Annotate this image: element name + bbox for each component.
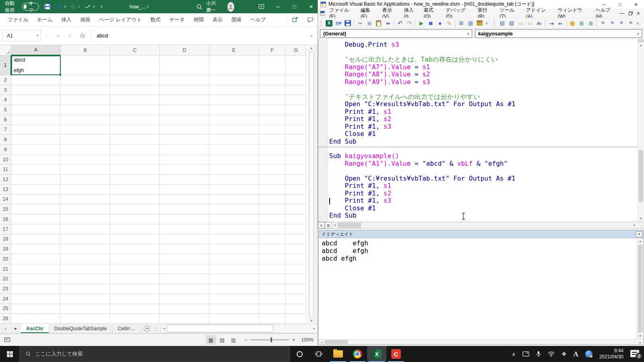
cell-C24[interactable] — [110, 294, 160, 304]
excel-view-icon[interactable]: X — [326, 20, 332, 27]
display-connect-icon[interactable] — [522, 351, 529, 357]
cell-E11[interactable] — [209, 165, 259, 175]
cell-C13[interactable] — [110, 185, 160, 195]
cell-A6[interactable] — [11, 115, 61, 125]
toolbar-overflow-icon[interactable]: » — [483, 21, 491, 26]
ribbon-tab-9[interactable]: 開発 — [227, 13, 246, 27]
cell-B8[interactable] — [61, 135, 110, 145]
cell-F15[interactable] — [259, 204, 286, 214]
code-line-10[interactable]: Print #1, s2 — [329, 115, 637, 123]
cell-A5[interactable] — [11, 105, 61, 115]
ribbon-tab-4[interactable]: ページ レイアウト — [95, 13, 146, 27]
toolbar-grip[interactable] — [321, 20, 323, 27]
code-line-19[interactable]: Print #1, s1 — [329, 182, 637, 190]
row-header-16[interactable]: 16 — [0, 214, 11, 224]
select-all-corner[interactable] — [0, 45, 11, 56]
code-line-5[interactable]: Range("A9").Value = s3 — [329, 78, 637, 86]
cell-B15[interactable] — [61, 204, 110, 214]
close-button[interactable]: × — [305, 3, 318, 10]
immediate-content[interactable]: abcd efghabcd efghabcd efgh — [319, 238, 637, 339]
cell-B22[interactable] — [61, 274, 110, 284]
cell-B12[interactable] — [61, 175, 110, 185]
row-header-8[interactable]: 8 — [0, 135, 11, 145]
toolbar-overflow-2-icon[interactable]: » — [634, 21, 642, 26]
code-line-1[interactable] — [329, 49, 637, 56]
cell-A9[interactable] — [11, 145, 61, 155]
scroll-left-icon[interactable]: ◂ — [332, 222, 338, 228]
cell-D23[interactable] — [160, 284, 209, 294]
properties-window-icon[interactable]: ▤ — [466, 19, 475, 27]
cell-G5[interactable] — [286, 105, 306, 115]
tray-expand-icon[interactable]: ∧ — [512, 351, 516, 357]
cell-E13[interactable] — [209, 185, 259, 195]
code-line-7[interactable]: 'テキストファイルへの出力では分かりやすい — [329, 93, 637, 101]
cell-A19[interactable] — [11, 244, 61, 254]
cell-D17[interactable] — [160, 224, 209, 234]
cell-E18[interactable] — [209, 234, 259, 245]
cell-F3[interactable] — [259, 85, 286, 95]
cell-C2[interactable] — [110, 75, 160, 85]
scrollbar-track[interactable] — [361, 222, 632, 228]
scrollbar-thumb[interactable] — [310, 51, 314, 317]
cell-B3[interactable] — [61, 85, 110, 95]
previous-bookmark-icon[interactable]: ⚑ — [617, 19, 626, 27]
cell-G14[interactable] — [286, 195, 306, 205]
cell-A12[interactable] — [11, 175, 61, 185]
zoom-slider-thumb[interactable] — [270, 337, 272, 342]
row-header-6[interactable]: 6 — [0, 115, 11, 125]
cell-A1[interactable]: abcdefgh — [11, 56, 61, 75]
cell-G2[interactable] — [286, 75, 306, 85]
cell-G8[interactable] — [286, 135, 306, 145]
cell-C26[interactable] — [110, 314, 160, 324]
cell-D5[interactable] — [160, 105, 209, 115]
cell-B24[interactable] — [61, 294, 110, 304]
pen-touch-icon[interactable] — [85, 4, 91, 10]
mdi-restore-icon[interactable] — [629, 11, 633, 15]
cell-C14[interactable] — [110, 195, 160, 205]
chrome-button[interactable] — [348, 346, 367, 362]
code-line-20[interactable]: Print #1, s2 — [329, 190, 637, 197]
scroll-down-icon[interactable]: ▼ — [309, 318, 314, 324]
avatar[interactable] — [227, 2, 234, 12]
cell-G16[interactable] — [286, 214, 306, 224]
cell-C17[interactable] — [110, 224, 160, 234]
cell-E3[interactable] — [209, 85, 259, 95]
ribbon-tab-3[interactable]: 描画 — [76, 13, 95, 27]
cell-A11[interactable] — [11, 165, 61, 175]
row-header-22[interactable]: 22 — [0, 274, 11, 284]
undo-icon[interactable]: ↺ — [57, 3, 62, 10]
ribbon-tab-0[interactable]: ファイル — [3, 13, 33, 27]
document-title[interactable]: how_…∨ — [130, 4, 149, 10]
cell-F5[interactable] — [259, 105, 286, 115]
cell-A3[interactable] — [11, 85, 61, 95]
maximize-button[interactable]: □ — [288, 0, 301, 13]
row-header-26[interactable]: 26 — [0, 314, 11, 324]
scroll-down-icon[interactable]: ▼ — [638, 215, 644, 222]
scroll-right-icon[interactable]: ▸ — [632, 222, 638, 228]
split-handle[interactable] — [638, 39, 644, 42]
menu-item-9[interactable]: ウィンドウ(W) — [555, 8, 592, 18]
cell-B1[interactable] — [61, 56, 110, 75]
autosave-toggle[interactable]: オフ — [22, 3, 39, 10]
toolbox-icon[interactable] — [477, 21, 483, 26]
cell-C20[interactable] — [110, 254, 160, 264]
page-layout-view-icon[interactable]: ▤ — [217, 335, 227, 345]
cell-F4[interactable] — [259, 95, 286, 105]
cell-G26[interactable] — [286, 314, 306, 324]
cell-C18[interactable] — [110, 234, 160, 245]
ribbon-display-options-icon[interactable] — [255, 0, 268, 13]
clock[interactable]: 9:44 2021/04/30 — [599, 348, 623, 360]
project-explorer-icon[interactable]: ⊞ — [456, 19, 466, 27]
cell-C8[interactable] — [110, 135, 160, 145]
resize-grip-icon[interactable]: ⋰ — [638, 222, 644, 228]
cell-C7[interactable] — [110, 125, 160, 135]
row-header-14[interactable]: 14 — [0, 195, 11, 205]
grid-vertical-scrollbar[interactable]: ▲ ▼ — [308, 45, 314, 324]
cell-A14[interactable] — [11, 195, 61, 205]
cell-E14[interactable] — [209, 195, 259, 205]
cell-C3[interactable] — [110, 85, 160, 95]
cell-A16[interactable] — [11, 214, 61, 224]
cell-D26[interactable] — [160, 314, 209, 324]
column-header-B[interactable]: B — [61, 45, 110, 56]
cell-G12[interactable] — [286, 175, 306, 185]
